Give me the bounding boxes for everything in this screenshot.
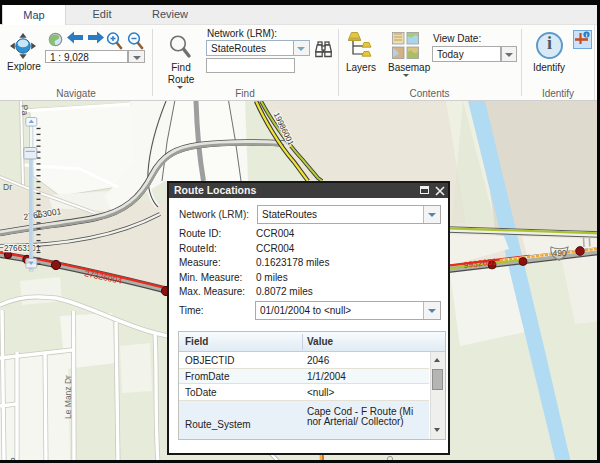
svg-text:490: 490 <box>552 248 566 258</box>
svg-text:27663101: 27663101 <box>4 244 41 253</box>
svg-text:Pa: Pa <box>20 104 31 115</box>
svg-text:Dr: Dr <box>3 182 12 192</box>
svg-text:Le Manz Dr: Le Manz Dr <box>63 375 73 419</box>
